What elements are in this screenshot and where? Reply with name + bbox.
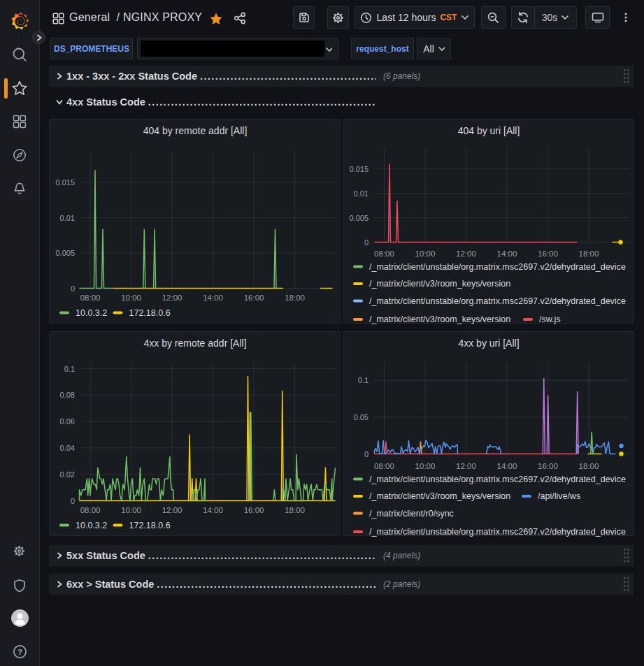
svg-text:172.18.0.6: 172.18.0.6 [129,308,171,318]
svg-text:18:00: 18:00 [579,462,599,470]
svg-text:16:00: 16:00 [538,462,558,470]
svg-text:0.015: 0.015 [55,178,75,187]
svg-text:10:00: 10:00 [121,506,141,514]
svg-text:10.0.3.2: 10.0.3.2 [76,521,107,530]
svg-text:?: ? [17,648,22,656]
svg-text:0.06: 0.06 [60,417,75,426]
svg-text:14:00: 14:00 [497,249,517,258]
svg-text:/_matrix/client/v3/room_keys/v: /_matrix/client/v3/room_keys/version [369,279,510,289]
svg-text:18:00: 18:00 [579,249,599,258]
svg-text:0: 0 [364,450,368,458]
svg-text:08:00: 08:00 [80,294,101,302]
svg-text:14:00: 14:00 [497,462,517,470]
svg-text:/_matrix/client/v3/room_keys/v: /_matrix/client/v3/room_keys/version [369,491,510,501]
svg-text:14:00: 14:00 [203,506,223,514]
svg-text:404 by remote addr [All]: 404 by remote addr [All] [143,125,248,136]
svg-text:12:00: 12:00 [162,294,183,302]
svg-text:0.005: 0.005 [55,249,75,257]
svg-text:12:00: 12:00 [456,462,476,470]
svg-text:/_matrix/client/unstable/org.m: /_matrix/client/unstable/org.matrix.msc2… [369,475,626,484]
svg-text:16:00: 16:00 [244,294,264,302]
svg-text:/_matrix/client/unstable/org.m: /_matrix/client/unstable/org.matrix.msc2… [369,262,626,272]
svg-text:/_matrix/client/r0/sync: /_matrix/client/r0/sync [369,509,454,519]
svg-text:10:00: 10:00 [415,249,436,258]
svg-text:08:00: 08:00 [80,506,101,514]
svg-text:0.02: 0.02 [60,470,75,479]
svg-text:10.0.3.2: 10.0.3.2 [76,308,107,318]
svg-text:0.015: 0.015 [349,165,368,173]
svg-text:10:00: 10:00 [121,294,141,302]
svg-text:10:00: 10:00 [415,462,436,470]
svg-text:/_matrix/client/unstable/org.m: /_matrix/client/unstable/org.matrix.msc2… [369,296,626,306]
svg-text:18:00: 18:00 [285,294,305,302]
svg-text:/sw.js: /sw.js [539,314,561,324]
svg-text:0: 0 [71,284,75,293]
svg-text:0.01: 0.01 [354,189,368,198]
svg-text:18:00: 18:00 [285,506,305,514]
svg-text:0.005: 0.005 [349,214,368,222]
svg-text:404 by uri [All]: 404 by uri [All] [458,125,520,136]
svg-text:0.1: 0.1 [358,376,368,384]
svg-text:16:00: 16:00 [538,249,558,258]
svg-text:/_matrix/client/unstable/org.m: /_matrix/client/unstable/org.matrix.msc2… [369,527,626,537]
svg-text:/api/live/ws: /api/live/ws [538,491,580,501]
svg-text:0.04: 0.04 [60,444,75,452]
svg-text:0: 0 [364,238,368,247]
svg-text:0.1: 0.1 [64,365,75,373]
svg-text:4xx by remote addr [All]: 4xx by remote addr [All] [143,338,246,349]
svg-text:08:00: 08:00 [374,249,394,258]
svg-text:0.08: 0.08 [60,391,75,399]
svg-text:08:00: 08:00 [374,462,394,470]
svg-text:14:00: 14:00 [203,294,223,302]
svg-text:12:00: 12:00 [456,249,476,258]
svg-text:/_matrix/client/v3/room_keys/v: /_matrix/client/v3/room_keys/version [369,314,510,324]
svg-text:172.18.0.6: 172.18.0.6 [129,521,171,530]
svg-text:16:00: 16:00 [244,506,264,514]
svg-text:0.01: 0.01 [60,214,75,222]
svg-text:4xx by uri [All]: 4xx by uri [All] [458,338,519,349]
svg-text:12:00: 12:00 [162,506,183,514]
svg-text:0: 0 [71,497,75,505]
svg-text:0.05: 0.05 [354,413,368,421]
